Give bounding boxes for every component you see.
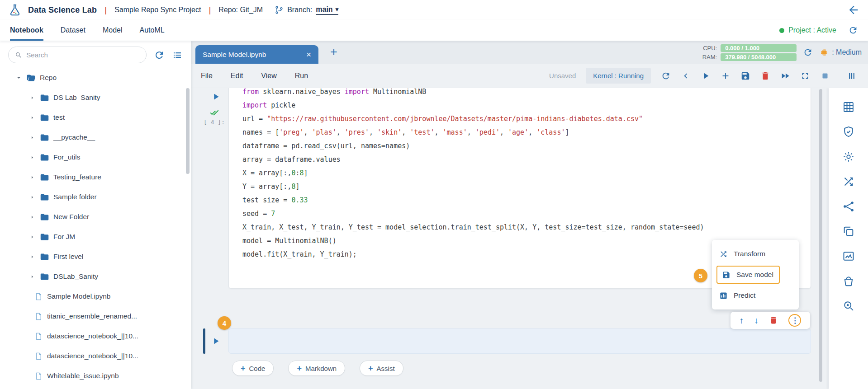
chevron-right-icon — [29, 194, 36, 201]
search-box[interactable] — [8, 47, 147, 63]
tree-item-sample-model-ipynb[interactable]: Sample Model.ipynb — [0, 286, 191, 306]
notebook-scrollbar[interactable] — [819, 89, 822, 382]
add-button-label: Markdown — [305, 365, 337, 372]
bucket-icon[interactable] — [842, 275, 855, 287]
tab-automl[interactable]: AutoML — [140, 20, 165, 41]
tree-item-sample-folder[interactable]: Sample folder — [0, 187, 191, 207]
menu-run[interactable]: Run — [295, 72, 308, 80]
tree-item-ds-lab-sanity[interactable]: DS Lab_Sanity — [0, 88, 191, 108]
tree-item-repo[interactable]: Repo — [0, 68, 191, 88]
unsaved-status: Unsaved — [549, 72, 576, 80]
instance-size[interactable]: : Medium — [819, 47, 862, 57]
tree-item-datascience-notebook-10[interactable]: datascience_notebook_||10... — [0, 346, 191, 366]
run-cell-icon[interactable] — [211, 92, 221, 102]
sidebar-scrollbar[interactable] — [186, 88, 190, 174]
refresh-project-button[interactable] — [848, 25, 858, 35]
chevron-right-icon — [29, 234, 36, 240]
delete-cell-button[interactable] — [760, 71, 770, 81]
folder-icon — [40, 252, 49, 262]
tree-item-label: For_utils — [53, 153, 80, 161]
header-separator: | — [209, 5, 211, 15]
tree-item-testing-feature[interactable]: Testing_feature — [0, 167, 191, 187]
notebook-tab-title: Sample Model.ipynb — [203, 51, 306, 59]
list-view-button[interactable] — [172, 50, 183, 61]
shuffle-icon[interactable] — [842, 175, 855, 188]
menu-item-transform[interactable]: Transform — [712, 244, 799, 264]
tree-item-titanic-ensemble-renamed[interactable]: titanic_ensemble_renamed... — [0, 306, 191, 326]
notebook-toolbar: File Edit View Run Unsaved Kernel : Runn… — [191, 64, 868, 88]
copy-icon[interactable] — [842, 225, 855, 238]
tree-item-datascience-notebook-10[interactable]: datascience_notebook_||10... — [0, 326, 191, 346]
run-empty-cell-icon[interactable] — [211, 336, 221, 346]
code-line: seed = 7 — [242, 207, 799, 220]
menu-item-predict[interactable]: Predict — [712, 285, 799, 306]
shield-icon[interactable] — [842, 126, 855, 138]
save-button[interactable] — [740, 71, 750, 81]
refresh-tree-button[interactable] — [154, 50, 165, 61]
notebook-tab[interactable]: Sample Model.ipynb × — [195, 45, 318, 64]
refresh-resources-button[interactable] — [803, 47, 813, 57]
toolbar-actions — [661, 71, 830, 81]
tab-model[interactable]: Model — [103, 20, 123, 41]
data-grid-icon[interactable] — [842, 101, 855, 113]
fullscreen-button[interactable] — [800, 71, 810, 81]
code-line: test_size = 0.33 — [242, 193, 799, 207]
stop-button[interactable] — [820, 71, 830, 81]
add-markdown-button[interactable]: +Markdown — [288, 361, 345, 376]
move-cell-down-button[interactable]: ↓ — [754, 316, 759, 325]
chart-image-icon[interactable] — [842, 250, 855, 262]
tree-item-whitelable-issue-ipynb[interactable]: Whitelable_issue.ipynb — [0, 366, 191, 386]
refresh-button[interactable] — [661, 71, 671, 81]
move-cell-up-button[interactable]: ↑ — [740, 316, 744, 325]
chevron-right-icon — [29, 134, 36, 141]
branch-prefix: Branch: — [287, 6, 312, 14]
annotation-badge-5: 5 — [694, 269, 707, 282]
add-code-button[interactable]: +Code — [232, 361, 274, 376]
add-tab-button[interactable]: + — [330, 46, 337, 58]
branch-name[interactable]: main ▾ — [316, 5, 338, 15]
delete-cell-button[interactable] — [769, 316, 778, 325]
chevron-right-icon — [29, 273, 36, 280]
plus-icon: + — [241, 364, 246, 372]
file-icon — [34, 332, 43, 341]
tree-item-first-level[interactable]: First level — [0, 247, 191, 267]
tree-item-test[interactable]: test — [0, 108, 191, 127]
tree-item-new-folder[interactable]: New Folder — [0, 207, 191, 227]
branch-selector[interactable]: Branch: main ▾ — [275, 5, 338, 15]
tree-item-for-utils[interactable]: For_utils — [0, 147, 191, 167]
close-icon[interactable]: × — [306, 50, 311, 59]
more-options-button[interactable]: ⋮ — [791, 317, 799, 324]
tree-item-label: datascience_notebook_||10... — [47, 332, 138, 340]
tab-notebook[interactable]: Notebook — [10, 20, 43, 41]
chevron-right-icon — [29, 174, 36, 181]
sidebar-header — [0, 41, 191, 67]
file-explorer-sidebar: RepoDS Lab_Sanitytest__pycache__For_util… — [0, 41, 191, 389]
menu-edit[interactable]: Edit — [231, 72, 243, 80]
file-icon — [34, 352, 43, 361]
plus-icon: + — [297, 364, 302, 372]
menu-file[interactable]: File — [201, 72, 213, 80]
tree-item-dslab-sanity[interactable]: DSLab_Sanity — [0, 267, 191, 286]
chevron-down-icon: ▾ — [336, 6, 339, 13]
search-gear-icon[interactable] — [842, 300, 855, 312]
save-icon — [722, 271, 730, 279]
run-all-button[interactable] — [780, 71, 790, 81]
back-button[interactable] — [847, 4, 860, 16]
add-assist-button[interactable]: +Assist — [360, 361, 403, 376]
gear-icon[interactable] — [842, 150, 855, 163]
add-cell-button[interactable] — [721, 71, 730, 81]
search-input[interactable] — [26, 51, 140, 59]
menu-view[interactable]: View — [261, 72, 276, 80]
code-line: Y = array[:,8] — [242, 180, 799, 193]
step-back-button[interactable] — [681, 71, 691, 81]
menu-item-save-model[interactable]: Save model — [716, 266, 780, 284]
tab-dataset[interactable]: Dataset — [61, 20, 85, 41]
tree-item-for-jm[interactable]: For JM — [0, 227, 191, 247]
empty-cell[interactable] — [228, 328, 811, 354]
layout-columns-button[interactable] — [847, 71, 856, 81]
tree-item-pycache[interactable]: __pycache__ — [0, 127, 191, 147]
run-cell-button[interactable] — [701, 71, 711, 81]
tree-item-label: DS Lab_Sanity — [53, 94, 100, 102]
git-branch-icon — [275, 5, 284, 14]
network-icon[interactable] — [842, 200, 855, 213]
